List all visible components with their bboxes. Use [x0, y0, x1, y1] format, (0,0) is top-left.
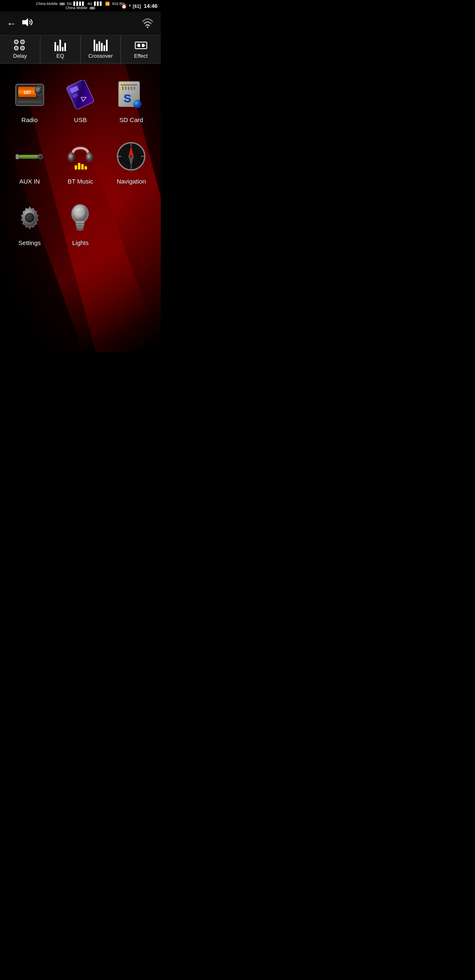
- alarm-icon: ⏰: [121, 4, 127, 9]
- lights-icon-svg: [69, 203, 92, 233]
- navigation-icon: [116, 141, 146, 171]
- settings-icon-svg: [15, 203, 44, 232]
- eq-icon: [54, 40, 66, 51]
- usb-label: USB: [74, 116, 87, 123]
- signal-bars-1: ▋▋▋▋: [73, 2, 85, 6]
- svg-rect-27: [19, 155, 39, 158]
- svg-rect-51: [76, 226, 84, 228]
- tab-effect[interactable]: Effect: [121, 35, 161, 63]
- header-left: ←: [7, 17, 34, 30]
- svg-rect-33: [75, 165, 77, 170]
- btmusic-icon-svg: [66, 141, 95, 171]
- back-button[interactable]: ←: [7, 18, 16, 29]
- app-settings[interactable]: Settings: [4, 195, 55, 256]
- signal-bars-2: ▋▋▋: [94, 2, 103, 6]
- carrier2-hd-badge: HD: [89, 7, 95, 9]
- svg-rect-3: [138, 44, 140, 47]
- tab-crossover-label: Crossover: [88, 53, 113, 59]
- navigation-icon-svg: [116, 141, 146, 171]
- carrier-row-2: China Mobile HD: [66, 6, 95, 10]
- bluetooth-icon: *: [129, 4, 131, 9]
- svg-rect-12: [18, 101, 41, 103]
- delay-icon: [14, 40, 26, 51]
- app-sdcard[interactable]: S SD Card: [106, 72, 157, 133]
- wifi-header-icon: [141, 17, 154, 28]
- app-btmusic[interactable]: BT Music: [55, 133, 106, 195]
- svg-point-31: [68, 152, 75, 162]
- btmusic-icon: [66, 141, 95, 171]
- svg-point-32: [86, 152, 93, 162]
- carrier1-name: China Mobile: [36, 2, 58, 6]
- wifi-icon: 📶: [105, 2, 110, 6]
- svg-point-1: [147, 26, 148, 28]
- svg-rect-13: [66, 80, 94, 110]
- volume-icon-svg: [22, 17, 34, 27]
- header: ←: [0, 12, 161, 35]
- carrier-info: China Mobile HD 5G ▋▋▋▋ 4G ▋▋▋ 📶 816 B/s…: [36, 2, 125, 10]
- sdcard-icon: S: [116, 80, 146, 110]
- svg-rect-35: [81, 164, 84, 170]
- app-navigation[interactable]: Navigation: [106, 133, 157, 195]
- radio-icon: 107: [15, 80, 45, 110]
- svg-point-48: [72, 205, 88, 223]
- svg-point-25: [133, 100, 141, 108]
- app-usb[interactable]: ▷ USB: [55, 72, 106, 133]
- header-right: [141, 17, 154, 30]
- network-5g: 5G: [67, 2, 72, 6]
- auxin-icon: [15, 141, 45, 171]
- main-content: 107 Radio: [0, 64, 161, 352]
- carrier-row-1: China Mobile HD 5G ▋▋▋▋ 4G ▋▋▋ 📶 816 B/s: [36, 2, 125, 6]
- carrier1-hd-badge: HD: [59, 2, 65, 5]
- status-bar: China Mobile HD 5G ▋▋▋▋ 4G ▋▋▋ 📶 816 B/s…: [0, 0, 161, 12]
- svg-point-30: [39, 155, 42, 158]
- svg-rect-36: [85, 166, 87, 170]
- app-auxin[interactable]: AUX IN: [4, 133, 55, 195]
- effect-icon: [134, 40, 148, 51]
- network-4g: 4G: [87, 2, 92, 6]
- tab-eq-label: EQ: [56, 53, 64, 59]
- svg-rect-26: [16, 154, 19, 159]
- tab-crossover[interactable]: Crossover: [81, 35, 121, 63]
- lights-icon: [66, 203, 95, 233]
- radio-label: Radio: [21, 116, 38, 123]
- sdcard-icon-svg: S: [117, 81, 146, 109]
- svg-rect-34: [78, 163, 80, 170]
- battery-icon: [61]: [133, 4, 141, 9]
- app-radio[interactable]: 107 Radio: [4, 72, 55, 133]
- tab-eq[interactable]: EQ: [40, 35, 81, 63]
- app-lights[interactable]: Lights: [55, 195, 106, 256]
- svg-rect-4: [142, 44, 144, 47]
- tab-bar: Delay EQ Crossover: [0, 35, 161, 64]
- svg-text:S: S: [124, 92, 132, 105]
- navigation-label: Navigation: [117, 178, 146, 185]
- auxin-icon-svg: [15, 145, 45, 168]
- tab-delay[interactable]: Delay: [0, 35, 40, 63]
- btmusic-label: BT Music: [68, 178, 93, 185]
- svg-text:107: 107: [23, 90, 31, 95]
- time-battery: ⏰ * [61] 14:46: [121, 3, 158, 9]
- volume-button[interactable]: [22, 17, 34, 30]
- radio-icon-svg: 107: [15, 82, 45, 107]
- sdcard-label: SD Card: [120, 116, 143, 123]
- svg-rect-50: [76, 224, 84, 226]
- auxin-label: AUX IN: [19, 178, 40, 185]
- app-grid: 107 Radio: [0, 64, 161, 264]
- svg-point-52: [76, 228, 84, 231]
- lights-label: Lights: [72, 239, 89, 246]
- tab-effect-label: Effect: [134, 53, 148, 59]
- settings-icon: [15, 203, 45, 233]
- svg-marker-0: [22, 18, 28, 26]
- svg-point-44: [129, 154, 133, 158]
- carrier2-name: China Mobile: [66, 6, 87, 10]
- app-empty: [106, 195, 157, 256]
- clock: 14:46: [144, 3, 158, 9]
- usb-icon: ▷: [66, 80, 95, 110]
- usb-icon-svg: ▷: [66, 80, 94, 110]
- settings-label: Settings: [19, 239, 41, 246]
- tab-delay-label: Delay: [13, 53, 27, 59]
- svg-rect-49: [75, 221, 85, 223]
- svg-point-47: [28, 216, 32, 220]
- crossover-icon: [94, 40, 108, 51]
